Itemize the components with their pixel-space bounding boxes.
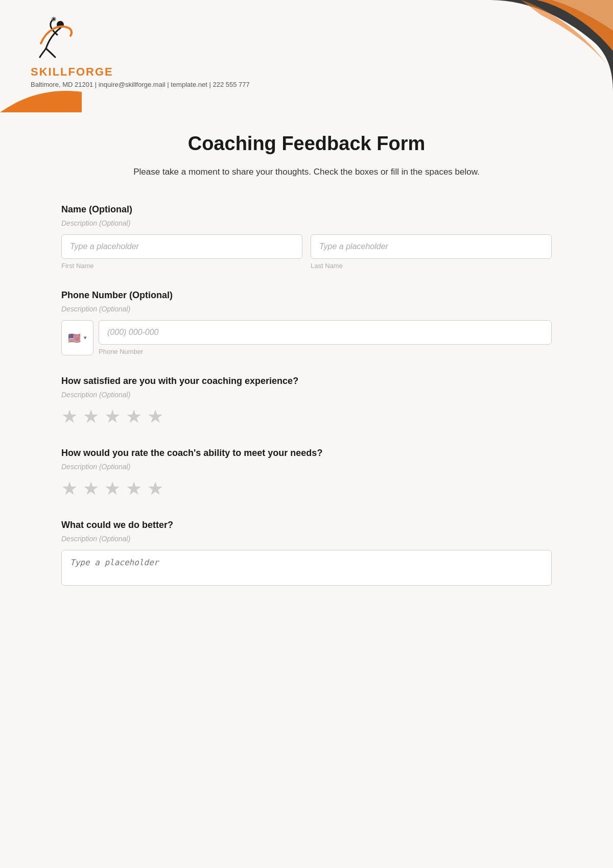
star-4[interactable]: ★ (126, 406, 142, 427)
field-group-name: Name (Optional) Description (Optional) F… (61, 204, 552, 270)
star-1[interactable]: ★ (61, 406, 78, 427)
phone-row: 🇺🇸 ▾ Phone Number (61, 320, 552, 355)
field-label-name: Name (Optional) (61, 204, 552, 215)
first-name-input[interactable] (61, 234, 302, 259)
flag-icon: 🇺🇸 (68, 332, 81, 344)
field-group-better: What could we do better? Description (Op… (61, 520, 552, 588)
first-name-label: First Name (61, 262, 302, 270)
form-title: Coaching Feedback Form (61, 133, 552, 155)
form-subtitle: Please take a moment to share your thoug… (61, 165, 552, 179)
svg-text:✳: ✳ (51, 16, 56, 23)
better-textarea[interactable] (61, 550, 552, 586)
phone-input[interactable] (99, 320, 552, 345)
field-label-phone: Phone Number (Optional) (61, 290, 552, 301)
field-description-name: Description (Optional) (61, 219, 552, 227)
field-description-coach-rating: Description (Optional) (61, 463, 552, 471)
coach-star-1[interactable]: ★ (61, 478, 78, 499)
field-label-better: What could we do better? (61, 520, 552, 531)
chevron-down-icon: ▾ (84, 334, 87, 341)
field-group-coach-rating: How would you rate the coach's ability t… (61, 448, 552, 499)
coach-star-3[interactable]: ★ (104, 478, 121, 499)
field-label-satisfaction: How satisfied are you with your coaching… (61, 376, 552, 387)
logo-icon: ✳ (31, 15, 77, 61)
last-name-input[interactable] (311, 234, 552, 259)
field-description-satisfaction: Description (Optional) (61, 391, 552, 399)
brand-contact: Baltimore, MD 21201 | inquire@skillforge… (31, 81, 250, 88)
coach-rating-stars: ★ ★ ★ ★ ★ (61, 478, 552, 499)
star-2[interactable]: ★ (83, 406, 99, 427)
header-shape-right (450, 0, 613, 102)
main-content: Coaching Feedback Form Please take a mom… (0, 112, 613, 649)
coach-star-4[interactable]: ★ (126, 478, 142, 499)
field-description-better: Description (Optional) (61, 535, 552, 543)
phone-sub-label: Phone Number (99, 348, 552, 355)
coach-star-2[interactable]: ★ (83, 478, 99, 499)
brand-name: SKILLFORGE (31, 65, 250, 79)
phone-input-wrapper: Phone Number (99, 320, 552, 355)
satisfaction-stars: ★ ★ ★ ★ ★ (61, 406, 552, 427)
country-selector[interactable]: 🇺🇸 ▾ (61, 320, 93, 355)
first-name-col: First Name (61, 234, 302, 270)
field-group-satisfaction: How satisfied are you with your coaching… (61, 376, 552, 427)
name-input-row: First Name Last Name (61, 234, 552, 270)
star-5[interactable]: ★ (147, 406, 163, 427)
header: ✳ SKILLFORGE Baltimore, MD 21201 | inqui… (0, 0, 613, 112)
logo-area: ✳ SKILLFORGE Baltimore, MD 21201 | inqui… (31, 15, 250, 88)
field-description-phone: Description (Optional) (61, 305, 552, 313)
last-name-label: Last Name (311, 262, 552, 270)
coach-star-5[interactable]: ★ (147, 478, 163, 499)
field-group-phone: Phone Number (Optional) Description (Opt… (61, 290, 552, 355)
star-3[interactable]: ★ (104, 406, 121, 427)
last-name-col: Last Name (311, 234, 552, 270)
field-label-coach-rating: How would you rate the coach's ability t… (61, 448, 552, 459)
